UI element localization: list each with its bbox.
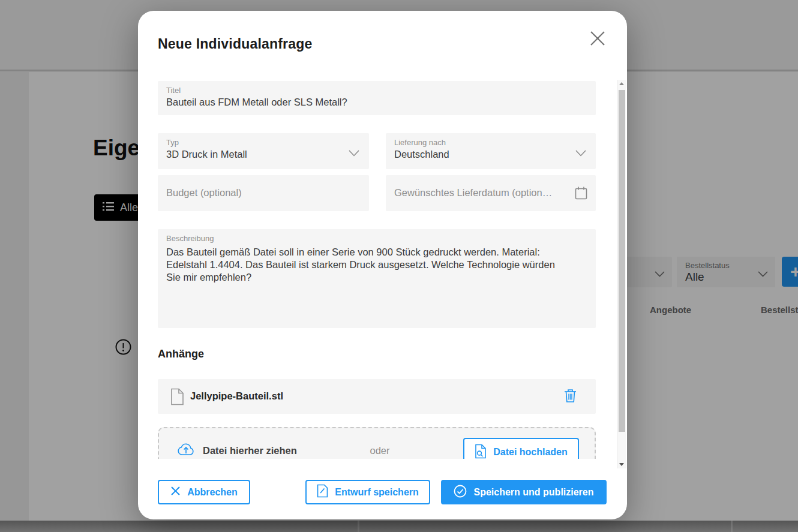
upload-file-button[interactable]: Datei hochladen — [463, 438, 579, 459]
typ-label: Typ — [166, 138, 179, 147]
x-icon — [170, 486, 181, 498]
calendar-icon[interactable] — [575, 187, 587, 202]
cloud-upload-icon — [177, 443, 195, 458]
budget-placeholder: Budget (optional) — [166, 187, 242, 199]
check-circle-icon — [454, 485, 467, 500]
attachment-row: Jellypipe-Bauteil.stl — [158, 379, 596, 414]
titel-label: Titel — [166, 86, 181, 95]
dropzone-drag-area: Datei hierher ziehen — [177, 443, 297, 458]
file-icon — [170, 388, 184, 408]
trash-icon[interactable] — [564, 389, 577, 405]
draft-document-icon — [317, 484, 328, 500]
lieferdatum-field[interactable]: Gewünschtes Lieferdatum (option… — [386, 175, 596, 211]
modal-scroll-area: Titel Bauteil aus FDM Metall oder SLS Me… — [158, 78, 596, 459]
save-draft-label: Entwurf speichern — [335, 487, 419, 498]
scrollbar-up-arrow-icon[interactable] — [617, 80, 626, 88]
upload-file-label: Datei hochladen — [493, 447, 568, 458]
save-publish-label: Speichern und publizieren — [473, 487, 593, 498]
cancel-label: Abbrechen — [187, 487, 238, 498]
cancel-button[interactable]: Abbrechen — [158, 480, 250, 504]
beschreibung-value: Das Bauteil gemäß Datei soll in einer Se… — [166, 246, 569, 284]
lieferung-value: Deutschland — [394, 149, 449, 160]
dropzone-or-label: oder — [357, 445, 403, 456]
titel-field[interactable]: Titel Bauteil aus FDM Metall oder SLS Me… — [158, 81, 596, 115]
budget-field[interactable]: Budget (optional) — [158, 175, 369, 211]
new-request-modal: Neue Individualanfrage Titel Bauteil aus… — [138, 11, 627, 519]
close-icon[interactable] — [586, 27, 610, 51]
attachments-heading: Anhänge — [158, 348, 204, 360]
scrollbar-thumb[interactable] — [619, 90, 625, 432]
attachment-filename: Jellypipe-Bauteil.stl — [190, 390, 283, 402]
beschreibung-field[interactable]: Beschreibung Das Bauteil gemäß Datei sol… — [158, 229, 596, 328]
save-draft-button[interactable]: Entwurf speichern — [305, 480, 430, 504]
typ-value: 3D Druck in Metall — [166, 149, 247, 160]
chevron-down-icon — [349, 148, 359, 159]
titel-value: Bauteil aus FDM Metall oder SLS Metall? — [166, 97, 347, 108]
file-search-icon — [475, 444, 487, 459]
file-dropzone[interactable]: Datei hierher ziehen oder Datei hochlade… — [158, 427, 596, 459]
beschreibung-label: Beschreibung — [166, 234, 214, 243]
screen: Eige Alle Bestellstatus Alle + Angebot — [0, 0, 798, 532]
chevron-down-icon — [575, 148, 586, 159]
dropzone-drag-label: Datei hierher ziehen — [203, 445, 297, 456]
lieferung-select[interactable]: Lieferung nach Deutschland — [386, 133, 596, 169]
modal-scrollbar[interactable] — [617, 80, 626, 468]
typ-select[interactable]: Typ 3D Druck in Metall — [158, 133, 369, 169]
scrollbar-down-arrow-icon[interactable] — [617, 460, 626, 468]
save-publish-button[interactable]: Speichern und publizieren — [441, 480, 607, 504]
modal-title: Neue Individualanfrage — [158, 36, 312, 52]
lieferung-label: Lieferung nach — [394, 138, 446, 147]
lieferdatum-placeholder: Gewünschtes Lieferdatum (option… — [394, 187, 552, 199]
